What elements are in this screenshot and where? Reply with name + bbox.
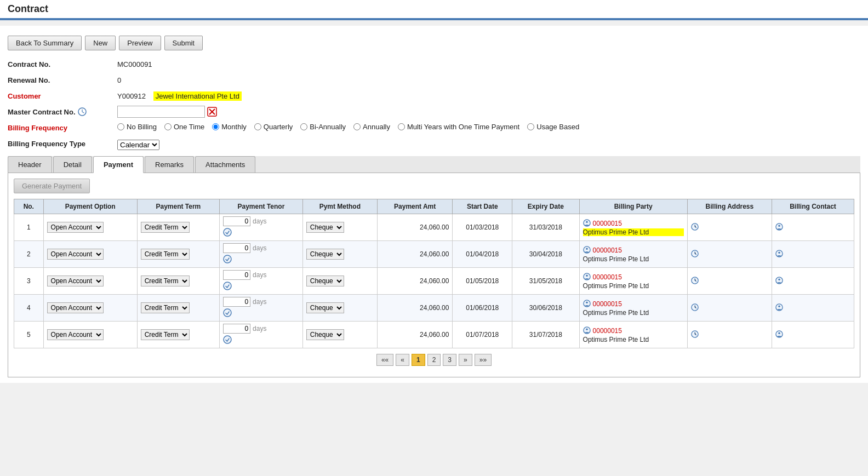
radio-quarterly-label: Quarterly — [264, 123, 293, 131]
billing-freq-type-select[interactable]: Calendar — [117, 140, 159, 150]
billing-party-id-link[interactable]: 00000015 — [593, 273, 622, 281]
cell-payment-option: Open Account — [43, 295, 137, 322]
payment-term-select[interactable]: Credit Term — [141, 222, 190, 233]
page-last-button[interactable]: »» — [475, 354, 492, 366]
billing-contact-icon[interactable] — [775, 305, 783, 313]
customer-value: Y000912 Jewel International Pte Ltd — [117, 92, 860, 100]
billing-party-container: 00000015Optimus Prime Pte Ltd — [583, 246, 684, 263]
contract-no-row: Contract No. MC000091 — [8, 57, 860, 71]
cell-payment-amt: 24,060.00 — [377, 295, 453, 322]
radio-usage-based-input[interactable] — [527, 123, 534, 130]
tab-payment-content: Generate Payment No. Payment Option Paym… — [8, 173, 860, 377]
radio-bi-annually-input[interactable] — [300, 123, 307, 130]
back-to-summary-button[interactable]: Back To Summary — [8, 36, 82, 50]
billing-contact-icon[interactable] — [775, 332, 783, 340]
master-contract-lookup-icon[interactable] — [78, 107, 87, 116]
new-button[interactable]: New — [85, 36, 116, 50]
customer-label: Customer — [8, 92, 117, 100]
billing-party-icon[interactable] — [583, 219, 591, 228]
tab-remarks[interactable]: Remarks — [145, 156, 194, 173]
tenor-days-input[interactable] — [223, 243, 250, 253]
tenor-lookup-icon[interactable] — [223, 231, 232, 238]
col-start-date: Start Date — [453, 199, 512, 214]
page-first-button[interactable]: «« — [376, 354, 393, 366]
billing-party-icon[interactable] — [583, 326, 591, 336]
col-no: No. — [14, 199, 44, 214]
tab-header[interactable]: Header — [8, 156, 52, 173]
payment-term-select[interactable]: Credit Term — [141, 276, 190, 286]
cell-payment-term: Credit Term — [137, 268, 219, 295]
page-next-button[interactable]: » — [459, 354, 472, 366]
pymt-method-select[interactable]: Cheque — [306, 222, 344, 233]
radio-annually-input[interactable] — [353, 123, 361, 130]
billing-contact-icon[interactable] — [775, 278, 783, 286]
days-label: days — [253, 217, 266, 225]
tab-detail[interactable]: Detail — [53, 156, 92, 173]
billing-party-id-link[interactable]: 00000015 — [593, 300, 622, 308]
tenor-lookup-icon[interactable] — [223, 257, 232, 265]
billing-freq-type-row: Billing Frequency Type Calendar — [8, 136, 860, 151]
billing-address-icon[interactable] — [691, 305, 699, 313]
billing-address-icon[interactable] — [691, 332, 699, 340]
billing-party-icon[interactable] — [583, 273, 591, 282]
master-contract-input[interactable] — [117, 106, 205, 118]
radio-one-time-input[interactable] — [164, 123, 172, 130]
radio-no-billing-input[interactable] — [117, 123, 124, 130]
col-billing-address: Billing Address — [687, 199, 772, 214]
tenor-lookup-icon[interactable] — [223, 311, 232, 319]
table-row: 5Open AccountCredit Term days Cheque24,0… — [14, 322, 854, 348]
tenor-days-input[interactable] — [223, 324, 250, 334]
billing-freq-type-label: Billing Frequency Type — [8, 140, 117, 148]
billing-party-icon[interactable] — [583, 246, 591, 255]
billing-address-icon[interactable] — [691, 251, 699, 259]
svg-point-30 — [586, 328, 588, 330]
payment-option-select[interactable]: Open Account — [47, 276, 104, 286]
pymt-method-select[interactable]: Cheque — [306, 249, 344, 260]
payment-term-select[interactable]: Credit Term — [141, 302, 190, 313]
cell-payment-term: Credit Term — [137, 322, 219, 348]
tenor-days-input[interactable] — [223, 270, 250, 280]
master-contract-delete-icon[interactable] — [207, 107, 217, 117]
pymt-method-select[interactable]: Cheque — [306, 276, 344, 286]
cell-no: 4 — [14, 295, 44, 322]
pymt-method-select[interactable]: Cheque — [306, 329, 344, 340]
cell-payment-option: Open Account — [43, 241, 137, 268]
tenor-lookup-icon[interactable] — [223, 338, 232, 346]
tab-attachments[interactable]: Attachments — [195, 156, 255, 173]
payment-option-select[interactable]: Open Account — [47, 329, 104, 340]
tab-payment[interactable]: Payment — [93, 156, 144, 173]
billing-contact-icon[interactable] — [775, 251, 783, 259]
page-1-button[interactable]: 1 — [412, 354, 425, 366]
tenor-days-input[interactable] — [223, 216, 250, 226]
radio-monthly-input[interactable] — [212, 123, 219, 130]
tenor-lookup-icon[interactable] — [223, 284, 232, 292]
billing-address-icon[interactable] — [691, 278, 699, 286]
billing-address-icon[interactable] — [691, 225, 699, 232]
page-3-button[interactable]: 3 — [443, 354, 456, 366]
col-billing-party: Billing Party — [579, 199, 687, 214]
renewal-no-row: Renewal No. 0 — [8, 73, 860, 87]
billing-party-id-link[interactable]: 00000015 — [593, 327, 622, 335]
radio-multi-years-input[interactable] — [398, 123, 405, 130]
payment-term-select[interactable]: Credit Term — [141, 249, 190, 260]
pymt-method-select[interactable]: Cheque — [306, 302, 344, 313]
cell-start-date: 01/03/2018 — [453, 214, 512, 241]
svg-point-12 — [586, 248, 588, 250]
billing-party-id-link[interactable]: 00000015 — [593, 246, 622, 254]
billing-contact-icon[interactable] — [775, 225, 783, 232]
tenor-days-input[interactable] — [223, 297, 250, 307]
page-prev-button[interactable]: « — [396, 354, 409, 366]
billing-party-icon[interactable] — [583, 300, 591, 309]
radio-quarterly-input[interactable] — [254, 123, 261, 130]
svg-point-9 — [778, 225, 780, 227]
preview-button[interactable]: Preview — [119, 36, 161, 50]
page-2-button[interactable]: 2 — [427, 354, 441, 366]
days-label: days — [253, 298, 266, 306]
payment-term-select[interactable]: Credit Term — [141, 329, 190, 340]
payment-option-select[interactable]: Open Account — [47, 249, 104, 260]
billing-party-id-link[interactable]: 00000015 — [593, 220, 622, 227]
payment-option-select[interactable]: Open Account — [47, 302, 104, 313]
generate-payment-button[interactable]: Generate Payment — [14, 179, 90, 193]
submit-button[interactable]: Submit — [164, 36, 203, 50]
payment-option-select[interactable]: Open Account — [47, 222, 104, 233]
